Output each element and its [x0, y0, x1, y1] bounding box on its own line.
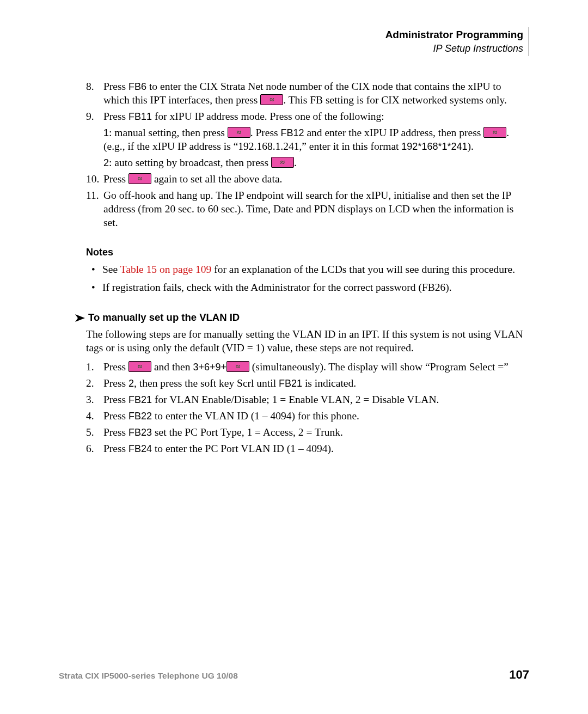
key-fb11: FB11 [128, 111, 152, 122]
step-9-sub-2: 2: auto setting by broadcast, then press… [103, 156, 529, 170]
step-9: 9. Press FB11 for xIPU IP address mode. … [86, 110, 529, 170]
step-text: Press [103, 111, 128, 122]
step-text: for xIPU IP address mode. Press one of t… [152, 111, 384, 122]
step-text: Press [103, 361, 128, 373]
key-2: 2 [128, 378, 134, 389]
step-text: . [294, 157, 297, 168]
procedure-list: 8. Press FB6 to enter the CIX Strata Net… [86, 80, 529, 230]
hold-button-icon [228, 127, 250, 138]
step-10: 10. Press again to set all the above dat… [86, 173, 529, 186]
key-fb24: FB24 [128, 443, 152, 454]
step-number: 11. [86, 189, 99, 203]
step-text: to enter the VLAN ID (1 – 4094) for this… [152, 410, 359, 422]
vlan-step-3: 3. Press FB21 for VLAN Enable/Disable; 1… [86, 393, 529, 407]
step-text: Press [103, 81, 128, 92]
vlan-intro: The following steps are for manually set… [86, 328, 529, 355]
option-2-key: 2 [103, 157, 109, 168]
step-text: set the PC Port Type, 1 = Access, 2 = Tr… [152, 426, 343, 438]
step-text: . Press [250, 127, 281, 138]
step-text: ). [467, 141, 473, 152]
step-number: 10. [86, 173, 99, 186]
key-fb21: FB21 [128, 394, 152, 405]
note-text: See [102, 264, 120, 275]
vlan-step-5: 5. Press FB23 set the PC Port Type, 1 = … [86, 426, 529, 440]
note-2: If registration fails, check with the Ad… [86, 281, 529, 295]
step-text: Press [103, 443, 128, 454]
key-fb22: FB22 [128, 411, 152, 422]
step-text: and then [151, 361, 193, 373]
step-8: 8. Press FB6 to enter the CIX Strata Net… [86, 80, 529, 107]
vlan-step-1: 1. Press and then 3+6+9+ (simultaneously… [86, 361, 529, 374]
vlan-step-2: 2. Press 2, then press the soft key Scrl… [86, 377, 529, 390]
key-combo: 3+6+9+ [193, 362, 226, 373]
step-text: : auto setting by broadcast, then press [109, 157, 271, 168]
step-number: 8. [86, 80, 94, 94]
step-text: : manual setting, then press [109, 127, 228, 138]
key-fb23: FB23 [128, 427, 152, 438]
key-fb21: FB21 [279, 378, 302, 389]
vlan-heading: To manually set up the VLAN ID [75, 311, 529, 324]
step-text: for VLAN Enable/Disable; 1 = Enable VLAN… [152, 394, 439, 405]
hold-button-icon [128, 173, 151, 184]
page-header: Administrator Programming IP Setup Instr… [59, 27, 529, 56]
footer-doc-title: Strata CIX IP5000-series Telephone UG 10… [59, 670, 238, 681]
step-text: Press [103, 377, 128, 389]
step-text: and enter the xIPU IP address, then pres… [304, 127, 484, 138]
step-text: Press [103, 426, 128, 438]
vlan-heading-text: To manually set up the VLAN ID [88, 312, 240, 323]
step-text: Press [103, 173, 128, 185]
step-number: 9. [86, 110, 94, 124]
step-9-sub-1: 1: manual setting, then press . Press FB… [103, 126, 529, 154]
page-content: 8. Press FB6 to enter the CIX Strata Net… [59, 80, 529, 456]
page: Administrator Programming IP Setup Instr… [0, 0, 588, 714]
option-1-key: 1 [103, 127, 109, 138]
svg-marker-0 [75, 314, 85, 322]
step-number: 4. [86, 410, 94, 423]
step-text: Go off-hook and hang up. The IP endpoint… [103, 190, 513, 228]
hold-button-icon [226, 361, 249, 372]
hold-button-icon [483, 127, 506, 138]
step-text: . This FB setting is for CIX networked s… [283, 94, 507, 106]
step-text: to enter the PC Port VLAN ID (1 – 4094). [152, 443, 334, 454]
ip-format: 192*168*1*241 [401, 141, 467, 152]
note-text: for an explanation of the LCDs that you … [211, 264, 515, 275]
note-1: See Table 15 on page 109 for an explanat… [86, 263, 529, 277]
page-footer: Strata CIX IP5000-series Telephone UG 10… [59, 667, 529, 682]
key-fb6: FB6 [128, 81, 146, 92]
table-15-link[interactable]: Table 15 on page 109 [120, 264, 212, 275]
step-number: 5. [86, 426, 94, 440]
note-text: If registration fails, check with the Ad… [102, 282, 452, 293]
hold-button-icon [128, 361, 151, 372]
step-number: 2. [86, 377, 94, 390]
step-number: 3. [86, 393, 94, 407]
step-11: 11. Go off-hook and hang up. The IP endp… [86, 189, 529, 230]
key-fb12: FB12 [281, 127, 304, 138]
step-text: (simultaneously). The display will show … [249, 361, 509, 373]
step-text: again to set all the above data. [151, 173, 282, 185]
hold-button-icon [260, 94, 283, 105]
page-number: 107 [509, 667, 529, 682]
step-text: , then press the soft key Scrl until [134, 377, 279, 389]
header-subtitle: IP Setup Instructions [59, 42, 523, 55]
step-number: 1. [86, 361, 94, 374]
step-text: Press [103, 394, 128, 405]
header-title: Administrator Programming [59, 28, 523, 41]
arrow-right-icon [75, 314, 85, 322]
notes-list: See Table 15 on page 109 for an explanat… [86, 263, 529, 295]
step-text: is indicated. [302, 377, 356, 389]
vlan-steps: 1. Press and then 3+6+9+ (simultaneously… [86, 361, 529, 456]
notes-heading: Notes [86, 246, 529, 259]
step-number: 6. [86, 442, 94, 456]
vlan-step-6: 6. Press FB24 to enter the PC Port VLAN … [86, 442, 529, 456]
vlan-step-4: 4. Press FB22 to enter the VLAN ID (1 – … [86, 410, 529, 423]
step-text: Press [103, 410, 128, 422]
hold-button-icon [271, 157, 294, 168]
